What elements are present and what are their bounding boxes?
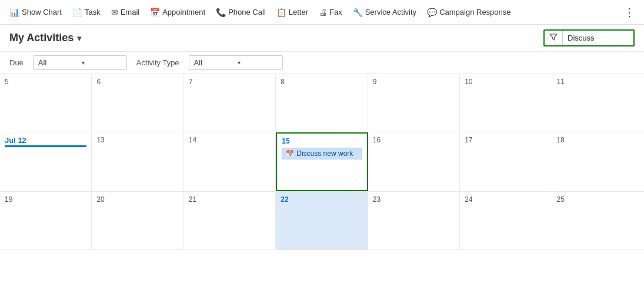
calendar-week-2: Jul 12 13 14 15 📅 Discuss new work 16 17… xyxy=(0,132,644,192)
calendar-day-jul12: Jul 12 xyxy=(0,132,92,191)
fax-icon: 🖨 xyxy=(319,8,327,17)
calendar-day-9: 9 xyxy=(368,74,460,132)
calendar-day-15: 15 📅 Discuss new work xyxy=(276,132,368,191)
event-discuss-new-work[interactable]: 📅 Discuss new work xyxy=(282,148,362,159)
campaign-icon: 💬 xyxy=(427,8,437,17)
calendar-week-3: 19 20 21 22 23 24 25 xyxy=(0,192,644,250)
calendar-day-18: 18 xyxy=(552,132,644,191)
calendar-day-17: 17 xyxy=(460,132,552,191)
calendar-week-1: 5 6 7 8 9 10 11 xyxy=(0,74,644,132)
email-button[interactable]: ✉ Email xyxy=(106,5,145,19)
chart-icon: 📊 xyxy=(9,8,19,17)
toolbar: 📊 Show Chart 📄 Task ✉ Email 📅 Appointmen… xyxy=(0,0,644,25)
calendar-day-23: 23 xyxy=(368,192,460,249)
appointment-icon: 📅 xyxy=(150,8,160,17)
campaign-response-button[interactable]: 💬 Campaign Response xyxy=(422,5,515,19)
calendar-day-16: 16 xyxy=(368,132,460,191)
calendar-day-13: 13 xyxy=(92,132,183,191)
calendar-day-20: 20 xyxy=(92,192,183,249)
calendar-day-24: 24 xyxy=(460,192,552,249)
phone-icon: 📞 xyxy=(216,8,226,17)
email-icon: ✉ xyxy=(111,8,118,17)
calendar: 5 6 7 8 9 10 11 Jul 12 13 xyxy=(0,74,644,250)
calendar-day-6: 6 xyxy=(92,74,183,132)
chevron-down-icon: ▾ xyxy=(77,34,81,43)
due-chevron-icon: ▾ xyxy=(82,59,85,66)
appointment-button[interactable]: 📅 Appointment xyxy=(145,5,210,19)
calendar-day-19: 19 xyxy=(0,192,92,249)
activity-type-select[interactable]: All ▾ xyxy=(189,55,283,70)
header-row: My Activities ▾ xyxy=(0,25,644,52)
calendar-day-14: 14 xyxy=(184,132,276,191)
calendar-day-25: 25 xyxy=(552,192,644,249)
fax-button[interactable]: 🖨 Fax xyxy=(314,5,347,19)
task-button[interactable]: 📄 Task xyxy=(68,5,105,19)
more-button[interactable]: ⋮ xyxy=(619,4,639,21)
phone-call-button[interactable]: 📞 Phone Call xyxy=(211,5,271,19)
service-activity-button[interactable]: 🔧 Service Activity xyxy=(348,5,421,19)
activity-type-label: Activity Type xyxy=(136,58,179,67)
calendar-day-8: 8 xyxy=(276,74,368,132)
my-activities-title[interactable]: My Activities ▾ xyxy=(9,32,81,44)
calendar-event-icon: 📅 xyxy=(286,150,294,158)
letter-button[interactable]: 📋 Letter xyxy=(272,5,313,19)
calendar-day-22: 22 xyxy=(276,192,368,249)
calendar-day-11: 11 xyxy=(552,74,644,132)
calendar-day-10: 10 xyxy=(460,74,552,132)
due-label: Due xyxy=(9,58,24,67)
filter-input[interactable] xyxy=(563,31,633,45)
due-select[interactable]: All ▾ xyxy=(33,55,127,70)
calendar-day-21: 21 xyxy=(184,192,276,249)
show-chart-button[interactable]: 📊 Show Chart xyxy=(5,5,66,19)
activity-type-chevron-icon: ▾ xyxy=(238,59,241,66)
calendar-day-5: 5 xyxy=(0,74,92,132)
filter-area xyxy=(543,29,635,46)
letter-icon: 📋 xyxy=(276,8,286,17)
filter-icon-button[interactable] xyxy=(545,31,563,45)
funnel-icon xyxy=(549,33,558,41)
task-icon: 📄 xyxy=(72,8,82,17)
calendar-day-7: 7 xyxy=(184,74,276,132)
filters-row: Due All ▾ Activity Type All ▾ xyxy=(0,52,644,74)
service-icon: 🔧 xyxy=(353,8,363,17)
